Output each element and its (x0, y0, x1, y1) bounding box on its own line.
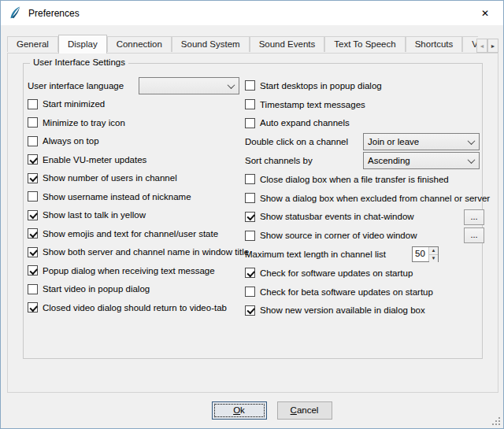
app-icon[interactable] (8, 6, 22, 20)
checkbox-new-version-dialog[interactable] (245, 305, 255, 316)
tab-scroll-right-icon[interactable]: ► (487, 39, 498, 53)
video-source-row: Show source in corner of video window ..… (245, 226, 486, 245)
checkbox-row: Check for software updates on startup (245, 264, 486, 283)
checkbox-close-on-transfer[interactable] (245, 174, 255, 184)
checkbox-row: Close dialog box when a file transfer is… (245, 170, 486, 189)
checkbox-label: Show a dialog box when excluded from cha… (260, 194, 490, 203)
sort-channels-combobox[interactable]: Ascending (363, 152, 480, 169)
tab-sound-events[interactable]: Sound Events (250, 36, 325, 52)
checkbox-label: Check for beta software updates on start… (260, 287, 433, 297)
double-click-label: Double click on a channel (245, 137, 348, 146)
checkbox-row: Show emojis and text for channel/user st… (28, 224, 242, 243)
spin-buttons: ▲ ▼ (428, 247, 438, 261)
checkbox-minimize-to-tray[interactable] (28, 117, 38, 128)
language-combobox[interactable] (139, 77, 239, 94)
checkbox-check-updates[interactable] (245, 268, 255, 278)
spin-down-icon[interactable]: ▼ (429, 255, 438, 262)
checkbox-excluded-dialog[interactable] (245, 193, 255, 203)
close-icon[interactable]: ✕ (467, 1, 503, 25)
checkbox-user-count[interactable] (28, 173, 38, 183)
titlebar[interactable]: Preferences ✕ (1, 1, 503, 25)
chevron-down-icon (468, 137, 476, 145)
checkbox-label: Always on top (43, 136, 99, 146)
checkbox-auto-expand[interactable] (245, 118, 255, 128)
checkbox-label: Show new version available in dialog box (260, 305, 425, 315)
checkbox-row: Start desktops in popup dialog (245, 76, 486, 95)
checkbox-label: Show emojis and text for channel/user st… (43, 229, 218, 239)
checkbox-row: Show a dialog box when excluded from cha… (245, 189, 486, 208)
checkbox-label: Show last to talk in yellow (43, 210, 146, 220)
double-click-combobox[interactable]: Join or leave (363, 133, 480, 150)
language-row: User interface language (28, 76, 242, 95)
right-column: Start desktops in popup dialog Timestamp… (245, 76, 486, 320)
checkbox-label: Minimize to tray icon (43, 118, 125, 128)
tab-display[interactable]: Display (58, 35, 107, 54)
checkbox-vu-meter[interactable] (28, 154, 38, 165)
max-text-length-spinner[interactable]: 50 ▲ ▼ (412, 246, 439, 262)
ok-button[interactable]: Ok (212, 401, 267, 420)
checkbox-label: Show source in corner of video window (260, 231, 417, 240)
checkbox-emojis[interactable] (28, 228, 38, 239)
checkbox-row: Closed video dialog should return to vid… (28, 298, 242, 317)
dialog-buttons: Ok Cancel (40, 401, 503, 420)
checkbox-label: Show both server and channel name in win… (43, 247, 249, 257)
max-text-length-label: Maximum text length in channel list (245, 250, 386, 259)
checkbox-label: Start minimized (43, 99, 105, 109)
tab-connection[interactable]: Connection (107, 36, 172, 52)
checkbox-video-popup[interactable] (28, 284, 38, 294)
checkbox-label: Popup dialog when receiving text message (43, 266, 215, 276)
tab-bar: General Display Connection Sound System … (7, 35, 478, 54)
checkbox-timestamp[interactable] (245, 99, 255, 109)
checkbox-username-instead[interactable] (28, 191, 38, 202)
checkbox-row: Check for beta software updates on start… (245, 283, 486, 301)
checkbox-always-on-top[interactable] (28, 136, 38, 146)
checkbox-desktops-popup[interactable] (245, 80, 255, 91)
spin-value: 50 (413, 247, 428, 261)
checkbox-start-minimized[interactable] (28, 99, 38, 109)
statusbar-events-more-button[interactable]: ... (464, 209, 484, 225)
checkbox-label: Start video in popup dialog (43, 284, 150, 294)
group-title: User Interface Settings (30, 57, 128, 67)
checkbox-row: Minimize to tray icon (28, 113, 242, 132)
window-title: Preferences (28, 8, 80, 19)
tab-sound-system[interactable]: Sound System (172, 36, 250, 52)
checkbox-row: Show both server and channel name in win… (28, 243, 242, 262)
checkbox-label: Check for software updates on startup (260, 268, 413, 278)
checkbox-check-beta-updates[interactable] (245, 287, 255, 297)
combo-value: Join or leave (368, 137, 419, 146)
video-source-more-button[interactable]: ... (464, 227, 484, 243)
checkbox-statusbar-events[interactable] (245, 212, 255, 222)
checkbox-row: Show last to talk in yellow (28, 206, 242, 225)
cancel-button[interactable]: Cancel (277, 401, 332, 420)
checkbox-row: Auto expand channels (245, 114, 486, 133)
combo-value: Ascending (368, 156, 410, 165)
left-column: User interface language Start minimized … (28, 76, 242, 317)
checkbox-label: Closed video dialog should return to vid… (43, 303, 227, 313)
checkbox-window-title[interactable] (28, 247, 38, 257)
checkbox-label: Timestamp text messages (260, 100, 365, 109)
checkbox-row: Show number of users in channel (28, 169, 242, 188)
checkbox-label: Show username instead of nickname (43, 192, 191, 202)
checkbox-row: Enable VU-meter updates (28, 150, 242, 169)
checkbox-video-source-corner[interactable] (245, 231, 255, 241)
tab-scroll-left-icon[interactable]: ◄ (476, 39, 487, 53)
tab-text-to-speech[interactable]: Text To Speech (324, 36, 405, 52)
max-text-length-row: Maximum text length in channel list 50 ▲… (245, 245, 486, 264)
sort-channels-row: Sort channels by Ascending (245, 151, 486, 170)
chevron-down-icon (468, 156, 476, 164)
double-click-row: Double click on a channel Join or leave (245, 132, 486, 151)
language-label: User interface language (28, 81, 124, 91)
checkbox-row: Start minimized (28, 95, 242, 114)
checkbox-row: Always on top (28, 132, 242, 151)
checkbox-popup-text-message[interactable] (28, 265, 38, 276)
spin-up-icon[interactable]: ▲ (429, 247, 438, 255)
checkbox-row: Popup dialog when receiving text message (28, 261, 242, 280)
statusbar-events-row: Show statusbar events in chat-window ... (245, 208, 486, 227)
checkbox-video-return-tab[interactable] (28, 302, 38, 313)
checkbox-label: Enable VU-meter updates (43, 155, 146, 165)
tab-general[interactable]: General (7, 36, 58, 52)
checkbox-last-to-talk[interactable] (28, 210, 38, 220)
chevron-down-icon (228, 81, 235, 89)
checkbox-row: Show new version available in dialog box (245, 301, 486, 320)
tab-shortcuts[interactable]: Shortcuts (406, 36, 463, 52)
